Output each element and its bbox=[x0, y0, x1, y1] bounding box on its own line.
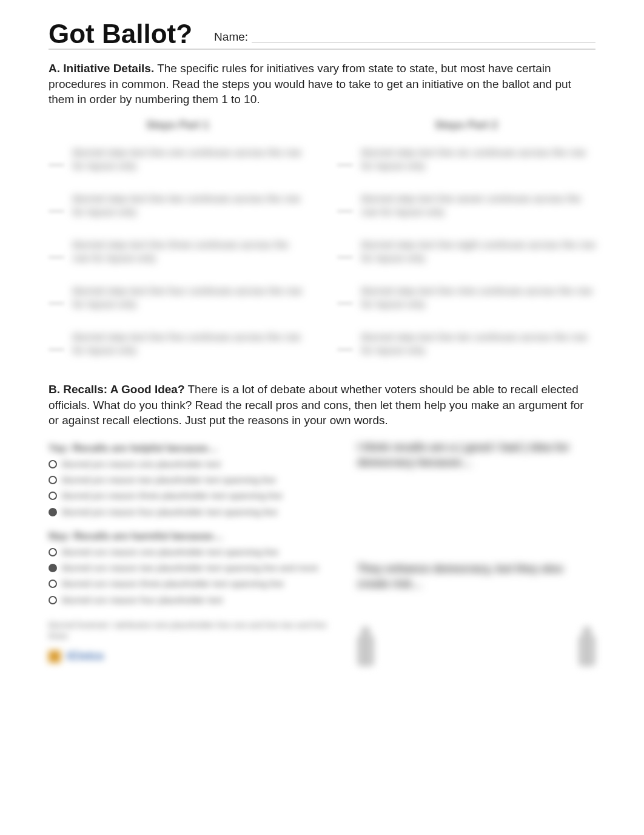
bullet-icon bbox=[49, 564, 57, 572]
step-number-blank[interactable] bbox=[337, 334, 353, 350]
step-number-blank[interactable] bbox=[337, 196, 353, 212]
bullet-icon bbox=[49, 580, 57, 588]
list-item-text: blurred con reason three placeholder tex… bbox=[62, 578, 333, 590]
list-item: blurred pro reason four placeholder text… bbox=[49, 506, 333, 518]
list-item-text: blurred con reason one placeholder text … bbox=[62, 546, 333, 558]
logo-text: iCivics bbox=[67, 650, 104, 663]
step-text: blurred step text line six continues acr… bbox=[361, 146, 595, 179]
answer-prompt-1[interactable]: I think recalls are a ( good / bad ) ide… bbox=[357, 440, 595, 470]
section-b-intro: B. Recalls: A Good Idea? There is a lot … bbox=[49, 382, 595, 428]
steps-left-heading: Steps Part 1 bbox=[49, 119, 307, 132]
pros-heading: Yay: Recalls are helpful because… bbox=[49, 442, 333, 455]
pros-cons-wrap: Yay: Recalls are helpful because… blurre… bbox=[49, 440, 595, 666]
steps-left-col: Steps Part 1 blurred step text line one … bbox=[49, 119, 307, 363]
person-icon bbox=[579, 635, 595, 666]
bullet-icon bbox=[49, 492, 57, 500]
step-text: blurred step text line four continues ac… bbox=[73, 285, 307, 317]
step-row: blurred step text line four continues ac… bbox=[49, 285, 307, 317]
step-row: blurred step text line five continues ac… bbox=[49, 331, 307, 363]
steps-grid: Steps Part 1 blurred step text line one … bbox=[49, 119, 595, 363]
steps-right-heading: Steps Part 2 bbox=[337, 119, 595, 132]
list-item: blurred con reason two placeholder text … bbox=[49, 562, 333, 574]
footnote-text: blurred footnote / attribution text plac… bbox=[49, 620, 333, 641]
steps-right-col: Steps Part 2 blurred step text line six … bbox=[337, 119, 595, 363]
answer-prompt-2[interactable]: They enhance democracy, but they also cr… bbox=[357, 561, 595, 592]
cons-heading: Nay: Recalls are harmful because… bbox=[49, 530, 333, 543]
person-icon bbox=[357, 635, 374, 666]
step-text: blurred step text line eight continues a… bbox=[361, 238, 595, 271]
list-item: blurred pro reason one placeholder text bbox=[49, 458, 333, 470]
step-text: blurred step text line one continues acr… bbox=[73, 146, 307, 179]
list-item-text: blurred con reason four placeholder text bbox=[62, 594, 333, 606]
step-row: blurred step text line two continues acr… bbox=[49, 192, 307, 225]
step-text: blurred step text line ten continues acr… bbox=[361, 331, 595, 363]
section-b-bold: B. Recalls: A Good Idea? bbox=[49, 383, 185, 396]
step-row: blurred step text line eight continues a… bbox=[337, 238, 595, 271]
bullet-icon bbox=[49, 460, 57, 468]
bullet-icon bbox=[49, 476, 57, 484]
name-field-wrap: Name: bbox=[214, 30, 595, 47]
answer-area: I think recalls are a ( good / bad ) ide… bbox=[357, 440, 595, 666]
list-item-text: blurred pro reason three placeholder tex… bbox=[62, 490, 333, 502]
header-row: Got Ballot? Name: bbox=[49, 21, 595, 50]
step-text: blurred step text line five continues ac… bbox=[73, 331, 307, 363]
list-item: blurred con reason one placeholder text … bbox=[49, 546, 333, 558]
step-row: blurred step text line seven continues a… bbox=[337, 192, 595, 225]
list-item-text: blurred pro reason one placeholder text bbox=[62, 458, 333, 470]
list-item-text: blurred con reason two placeholder text … bbox=[62, 562, 333, 574]
logo-icon bbox=[49, 651, 61, 663]
pros-cons-list: Yay: Recalls are helpful because… blurre… bbox=[49, 440, 333, 666]
list-item-text: blurred pro reason two placeholder text … bbox=[62, 474, 333, 486]
name-input-line[interactable] bbox=[252, 33, 595, 42]
step-row: blurred step text line three continues a… bbox=[49, 238, 307, 271]
list-item: blurred pro reason three placeholder tex… bbox=[49, 490, 333, 502]
step-row: blurred step text line nine continues ac… bbox=[337, 285, 595, 317]
list-item: blurred pro reason two placeholder text … bbox=[49, 474, 333, 486]
step-row: blurred step text line one continues acr… bbox=[49, 146, 307, 179]
step-text: blurred step text line two continues acr… bbox=[73, 192, 307, 225]
section-a-bold: A. Initiative Details. bbox=[49, 62, 154, 75]
step-number-blank[interactable] bbox=[49, 242, 64, 258]
step-number-blank[interactable] bbox=[337, 242, 353, 258]
figure-illustrations bbox=[357, 635, 595, 666]
list-item: blurred con reason four placeholder text bbox=[49, 594, 333, 606]
step-number-blank[interactable] bbox=[337, 288, 353, 304]
logo-row: iCivics bbox=[49, 650, 333, 663]
step-number-blank[interactable] bbox=[337, 150, 353, 166]
bullet-icon bbox=[49, 596, 57, 604]
step-row: blurred step text line six continues acr… bbox=[337, 146, 595, 179]
name-label: Name: bbox=[214, 30, 248, 44]
step-number-blank[interactable] bbox=[49, 196, 64, 212]
worksheet-page: Got Ballot? Name: A. Initiative Details.… bbox=[0, 0, 644, 691]
step-text: blurred step text line seven continues a… bbox=[361, 192, 595, 225]
section-a-intro: A. Initiative Details. The specific rule… bbox=[49, 61, 595, 107]
step-row: blurred step text line ten continues acr… bbox=[337, 331, 595, 363]
bullet-icon bbox=[49, 548, 57, 556]
step-number-blank[interactable] bbox=[49, 288, 64, 304]
step-number-blank[interactable] bbox=[49, 334, 64, 350]
bullet-icon bbox=[49, 508, 57, 516]
step-text: blurred step text line three continues a… bbox=[73, 238, 307, 271]
list-item: blurred con reason three placeholder tex… bbox=[49, 578, 333, 590]
page-title: Got Ballot? bbox=[49, 21, 192, 47]
step-text: blurred step text line nine continues ac… bbox=[361, 285, 595, 317]
list-item-text: blurred pro reason four placeholder text… bbox=[62, 506, 333, 518]
step-number-blank[interactable] bbox=[49, 150, 64, 166]
